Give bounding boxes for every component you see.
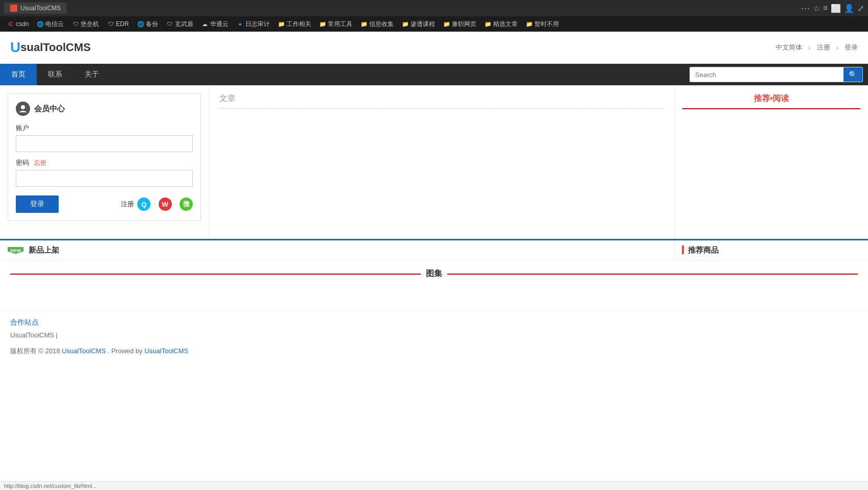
products-row: NEW 新品上架 推荐商品 [0, 239, 868, 260]
site-logo[interactable]: U sualToolCMS [10, 39, 91, 56]
new-products-title: 新品上架 [29, 246, 59, 255]
gallery-content [10, 287, 858, 297]
folder3-icon: 📁 [361, 20, 368, 28]
tab-label: UsualToolCMS [20, 5, 61, 12]
profile-icon[interactable]: 👤 [844, 4, 854, 13]
bookmark-cloud[interactable]: ☁ 华通云 [198, 19, 232, 30]
bookmark-xuanwu[interactable]: 🛡 玄武盾 [163, 19, 196, 30]
qq-login-button[interactable]: Q [137, 198, 150, 211]
xuanwu-icon: 🛡 [166, 20, 173, 28]
recommend-reading-title: 推荐•阅读 [682, 93, 860, 109]
new-badge-wrapper: NEW [8, 247, 23, 254]
folder7-icon: 📁 [526, 20, 533, 28]
member-icon [16, 102, 30, 116]
gallery-section: 图集 [0, 260, 868, 305]
partner-list: UsualToolCMS | [10, 331, 858, 339]
tabs-icon[interactable]: ⬜ [831, 4, 841, 13]
copyright-text-mid: . Prowed by [108, 347, 144, 355]
nav-home[interactable]: 首页 [0, 64, 37, 85]
shield-icon: 🛡 [72, 20, 79, 28]
header-right: 中文简体 › 注册 › 登录 [776, 43, 858, 52]
login-link[interactable]: 登录 [845, 43, 858, 52]
bookmark-unused[interactable]: 📁 暂时不用 [523, 19, 562, 30]
csdn-icon: C [7, 20, 14, 28]
folder1-icon: 📁 [278, 20, 285, 28]
dot-separator1: · [154, 201, 155, 208]
password-label: 密码 忘密 [16, 158, 193, 167]
member-center: 会员中心 账户 密码 忘密 登录 注册 Q · W · 微 [8, 93, 201, 221]
log-icon: ● [237, 20, 244, 28]
recommend-reading-list [682, 117, 860, 219]
bookmark-articles[interactable]: 📁 精选文章 [481, 19, 521, 30]
login-button[interactable]: 登录 [16, 195, 59, 213]
register-link[interactable]: 注册 [817, 43, 830, 52]
tab-favicon [10, 5, 17, 12]
gallery-line-right [447, 274, 858, 275]
nav-about[interactable]: 关于 [73, 64, 110, 85]
bookmark-backup[interactable]: 🌐 备份 [134, 19, 161, 30]
menu-dots[interactable]: ⋯ [801, 3, 810, 14]
nav-contact[interactable]: 联系 [37, 64, 73, 85]
globe2-icon: 🌐 [137, 20, 144, 28]
main-content-area: 会员中心 账户 密码 忘密 登录 注册 Q · W · 微 [0, 85, 868, 239]
recommended-products-section: 推荐商品 [674, 240, 868, 260]
main-nav: 首页 联系 关于 🔍 [0, 64, 868, 85]
password-input[interactable] [16, 170, 193, 187]
site-header: U sualToolCMS 中文简体 › 注册 › 登录 [0, 32, 868, 64]
bookmark-parttime[interactable]: 📁 兼职网页 [440, 19, 479, 30]
copyright-link2[interactable]: UsualToolCMS [144, 347, 188, 355]
copyright: 版权所有 © 2018 UsualToolCMS . Prowed by Usu… [10, 347, 858, 356]
member-title-text: 会员中心 [34, 104, 65, 114]
gallery-line-left [10, 274, 421, 275]
recommended-products-title: 推荐商品 [682, 246, 719, 254]
bookmark-work[interactable]: 📁 工作相关 [275, 19, 314, 30]
register-row: 注册 Q · W · 微 [121, 198, 193, 211]
logo-u-letter: U [10, 39, 20, 56]
folder4-icon: 📁 [402, 20, 409, 28]
member-center-title: 会员中心 [16, 102, 193, 116]
copyright-text-prefix: 版权所有 © 2018 [10, 347, 62, 355]
svg-point-0 [21, 105, 25, 109]
search-box: 🔍 [690, 67, 863, 82]
wechat-login-button[interactable]: 微 [180, 198, 193, 211]
footer: 合作站点 UsualToolCMS | 版权所有 © 2018 UsualToo… [0, 310, 868, 363]
bookmark-info[interactable]: 📁 信息收集 [358, 19, 397, 30]
forgot-password-link[interactable]: 忘密 [34, 159, 46, 166]
header-separator2: › [836, 44, 838, 52]
browser-controls: ⋯ ☆ ≡ ⬜ 👤 ⤢ [801, 3, 864, 14]
register-label: 注册 [121, 200, 134, 209]
weibo-login-button[interactable]: W [159, 198, 172, 211]
copyright-link1[interactable]: UsualToolCMS [62, 347, 106, 355]
bookmarks-icon[interactable]: ≡ [823, 4, 828, 13]
bookmark-csdn[interactable]: C csdn [4, 19, 32, 29]
folder6-icon: 📁 [484, 20, 492, 28]
globe-icon: 🌐 [37, 20, 44, 28]
browser-chrome: UsualToolCMS ⋯ ☆ ≡ ⬜ 👤 ⤢ [0, 0, 868, 16]
bookmark-star[interactable]: ☆ [813, 4, 820, 13]
nav-search-wrapper: 🔍 [684, 64, 868, 85]
bookmarks-bar: C csdn 🌐 电信云 🛡 堡垒机 🛡 EDR 🌐 备份 🛡 玄武盾 ☁ 华通… [0, 16, 868, 32]
gallery-title: 图集 [426, 268, 442, 279]
dot-separator2: · [175, 201, 176, 208]
bookmark-pentest[interactable]: 📁 渗透课程 [399, 19, 438, 30]
left-sidebar: 会员中心 账户 密码 忘密 登录 注册 Q · W · 微 [0, 86, 209, 239]
gallery-divider: 图集 [10, 268, 858, 279]
center-content: 文章 [209, 86, 674, 239]
article-section-title: 文章 [219, 93, 664, 109]
account-input[interactable] [16, 135, 193, 152]
expand-icon[interactable]: ⤢ [857, 4, 864, 13]
search-button[interactable]: 🔍 [844, 67, 862, 82]
logo-text: sualToolCMS [20, 41, 91, 54]
article-list [219, 116, 664, 218]
bookmark-telecom[interactable]: 🌐 电信云 [34, 19, 67, 30]
bookmark-fortress[interactable]: 🛡 堡垒机 [69, 19, 102, 30]
bookmark-log[interactable]: ● 日志审计 [234, 19, 273, 30]
browser-tab[interactable]: UsualToolCMS [4, 3, 67, 14]
bookmark-tools[interactable]: 📁 常用工具 [316, 19, 355, 30]
language-selector[interactable]: 中文简体 [776, 43, 802, 52]
search-input[interactable] [690, 68, 844, 82]
bookmark-edr[interactable]: 🛡 EDR [104, 19, 132, 29]
new-products-section: NEW 新品上架 [0, 240, 674, 260]
folder2-icon: 📁 [319, 20, 326, 28]
login-row: 登录 注册 Q · W · 微 [16, 195, 193, 213]
